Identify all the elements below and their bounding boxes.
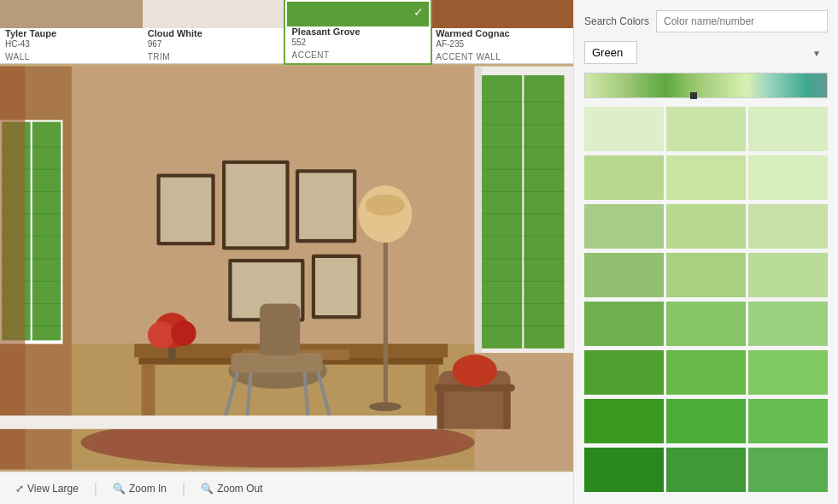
svg-rect-40 bbox=[524, 75, 564, 349]
search-row: Search Colors bbox=[584, 10, 828, 32]
svg-point-82 bbox=[171, 320, 196, 345]
zoom-in-button[interactable]: 🔍 Zoom In bbox=[108, 481, 172, 496]
room-image bbox=[0, 64, 573, 472]
color-cell[interactable] bbox=[748, 448, 828, 492]
color-cell[interactable] bbox=[584, 155, 664, 200]
left-panel: Tyler TaupeHC-43WALLCloud White967TRIM✓P… bbox=[0, 0, 573, 504]
swatch-number-trim: 967 bbox=[143, 39, 285, 49]
color-cell[interactable] bbox=[584, 399, 664, 443]
swatch-wall[interactable]: Tyler TaupeHC-43WALL bbox=[0, 0, 143, 63]
color-cell[interactable] bbox=[584, 107, 664, 151]
swatch-number-accent: 552 bbox=[287, 38, 430, 47]
color-cell[interactable] bbox=[666, 399, 746, 443]
color-cell[interactable] bbox=[748, 204, 828, 249]
color-cell[interactable] bbox=[584, 350, 664, 395]
swatch-label-wall: WALL bbox=[0, 50, 143, 63]
swatch-color-accent: ✓ bbox=[287, 2, 430, 26]
filter-row: GreenRedBlueYellowOrangePurpleWhiteGrayB… bbox=[584, 41, 828, 64]
zoom-in-icon: 🔍 bbox=[113, 483, 126, 495]
svg-rect-25 bbox=[0, 67, 25, 470]
color-cell[interactable] bbox=[666, 107, 746, 151]
search-label: Search Colors bbox=[584, 15, 649, 27]
color-cell[interactable] bbox=[748, 155, 828, 200]
swatch-color-wall bbox=[0, 0, 143, 28]
swatch-accent-wall[interactable]: Warmed CognacAF-235ACCENT WALL bbox=[431, 0, 573, 63]
swatch-number-wall: HC-43 bbox=[0, 39, 143, 49]
color-cell[interactable] bbox=[748, 253, 828, 297]
color-cell[interactable] bbox=[748, 107, 828, 151]
svg-rect-61 bbox=[315, 258, 357, 315]
color-family-select[interactable]: GreenRedBlueYellowOrangePurpleWhiteGrayB… bbox=[584, 41, 637, 64]
color-cell[interactable] bbox=[748, 350, 828, 395]
color-swatches-row: Tyler TaupeHC-43WALLCloud White967TRIM✓P… bbox=[0, 0, 573, 64]
swatch-trim[interactable]: Cloud White967TRIM bbox=[143, 0, 285, 63]
svg-rect-85 bbox=[0, 415, 475, 429]
color-cell[interactable] bbox=[584, 302, 664, 346]
svg-rect-27 bbox=[475, 67, 482, 354]
bottom-toolbar: ⤢ View Large | 🔍 Zoom In | 🔍 Zoom Out bbox=[0, 472, 573, 504]
color-cell[interactable] bbox=[584, 204, 664, 249]
swatch-accent[interactable]: ✓Pleasant Grove552ACCENT bbox=[285, 0, 431, 63]
search-input[interactable] bbox=[656, 10, 828, 32]
spectrum-indicator bbox=[690, 92, 697, 99]
separator-1: | bbox=[94, 481, 97, 496]
view-large-button[interactable]: ⤢ View Large bbox=[10, 481, 84, 496]
swatch-color-trim bbox=[143, 0, 285, 28]
svg-rect-57 bbox=[299, 173, 353, 239]
zoom-out-icon: 🔍 bbox=[201, 483, 214, 495]
svg-point-81 bbox=[148, 321, 174, 348]
svg-rect-55 bbox=[226, 164, 285, 246]
svg-rect-89 bbox=[503, 384, 510, 429]
svg-rect-69 bbox=[231, 353, 322, 372]
swatch-name-accent: Pleasant Grove bbox=[287, 26, 430, 38]
right-panel: Search Colors GreenRedBlueYellowOrangePu… bbox=[573, 0, 838, 504]
zoom-out-button[interactable]: 🔍 Zoom Out bbox=[196, 481, 267, 496]
svg-point-90 bbox=[452, 355, 496, 387]
color-cell[interactable] bbox=[584, 253, 664, 297]
svg-rect-53 bbox=[161, 178, 212, 242]
swatch-label-trim: TRIM bbox=[143, 50, 285, 63]
swatch-color-accent-wall bbox=[431, 0, 573, 28]
spectrum-bar[interactable] bbox=[584, 73, 828, 98]
svg-rect-70 bbox=[260, 303, 300, 355]
svg-point-77 bbox=[366, 195, 405, 216]
color-grid bbox=[584, 107, 828, 494]
swatch-name-accent-wall: Warmed Cognac bbox=[431, 28, 573, 39]
swatch-label-accent-wall: ACCENT WALL bbox=[431, 50, 573, 63]
color-cell[interactable] bbox=[666, 155, 746, 200]
svg-point-78 bbox=[369, 402, 401, 411]
color-cell[interactable] bbox=[666, 253, 746, 297]
color-cell[interactable] bbox=[666, 204, 746, 249]
filter-select-wrapper: GreenRedBlueYellowOrangePurpleWhiteGrayB… bbox=[584, 41, 828, 64]
color-cell[interactable] bbox=[748, 399, 828, 443]
view-large-icon: ⤢ bbox=[15, 483, 24, 495]
separator-2: | bbox=[182, 481, 185, 496]
svg-rect-88 bbox=[437, 384, 444, 429]
color-cell[interactable] bbox=[666, 302, 746, 346]
color-cell[interactable] bbox=[748, 302, 828, 346]
svg-rect-28 bbox=[482, 75, 522, 349]
svg-rect-15 bbox=[32, 122, 62, 341]
swatch-number-accent-wall: AF-235 bbox=[431, 39, 573, 49]
swatch-label-accent: ACCENT bbox=[287, 49, 430, 62]
swatch-name-trim: Cloud White bbox=[143, 28, 285, 39]
color-cell[interactable] bbox=[666, 350, 746, 395]
swatch-name-wall: Tyler Taupe bbox=[0, 28, 143, 39]
color-cell[interactable] bbox=[666, 448, 746, 492]
active-checkmark-icon: ✓ bbox=[413, 5, 424, 19]
svg-rect-75 bbox=[384, 241, 388, 407]
color-cell[interactable] bbox=[584, 448, 664, 492]
